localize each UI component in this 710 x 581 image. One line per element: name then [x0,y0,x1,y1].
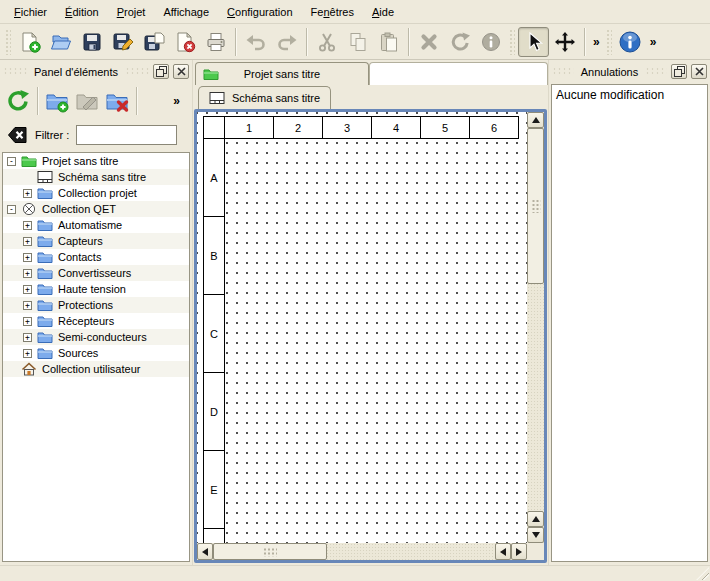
elements-panel-titlebar[interactable]: Panel d'éléments [0,60,192,82]
menu-fichier[interactable]: Fichier [5,2,56,22]
close-panel-button[interactable] [691,64,707,79]
print-button[interactable] [200,27,231,57]
vertical-scrollbar[interactable] [527,112,544,543]
save-button[interactable] [76,27,107,57]
horizontal-scroll-thumb[interactable] [213,543,327,560]
add-category-button[interactable] [42,86,72,116]
delete-category-button[interactable] [102,86,132,116]
folder-icon [37,282,53,296]
menu-aide[interactable]: Aide [363,2,403,22]
tree-item-sources[interactable]: + Sources [3,345,189,361]
expander-icon[interactable]: - [7,157,16,166]
filter-input[interactable] [76,125,177,145]
tree-item-haute-tension[interactable]: + Haute tension [3,281,189,297]
diagram-canvas[interactable]: 1 2 3 4 5 6 A B C D E [197,112,527,543]
clear-filter-icon[interactable] [6,125,28,145]
tree-item-contacts[interactable]: + Contacts [3,249,189,265]
tree-item-label: Récepteurs [58,315,114,327]
tree-item-protections[interactable]: + Protections [3,297,189,313]
tree-item-automatisme[interactable]: + Automatisme [3,217,189,233]
expander-icon[interactable]: + [23,253,32,262]
expander-icon[interactable]: + [23,189,32,198]
menu-edition[interactable]: Édition [56,2,108,22]
expander-icon[interactable]: + [23,349,32,358]
menu-configuration[interactable]: Configuration [218,2,301,22]
expander-icon[interactable]: + [23,221,32,230]
properties-button[interactable] [475,27,506,57]
toolbar-grip[interactable] [5,29,11,55]
tree-item-label: Projet sans titre [42,155,118,167]
toolbar-separator [306,28,307,56]
vertical-scroll-thumb[interactable] [527,128,544,284]
tree-item-collection-projet[interactable]: + Collection projet [3,185,189,201]
save-all-icon [143,31,165,53]
scroll-left-button[interactable] [495,543,511,560]
expander-icon[interactable]: + [23,269,32,278]
resize-grip-icon[interactable] [696,567,709,580]
rotate-button[interactable] [444,27,475,57]
expander-icon[interactable]: + [23,285,32,294]
select-mode-button[interactable] [518,27,549,57]
paste-button[interactable] [373,27,404,57]
expander-icon[interactable]: + [23,301,32,310]
tree-item-semi-conducteurs[interactable]: + Semi-conducteurs [3,329,189,345]
elements-panel-dock: Panel d'éléments [0,60,193,565]
tree-item-convertisseurs[interactable]: + Convertisseurs [3,265,189,281]
edit-category-button[interactable] [72,86,102,116]
tab-schema-sans-titre[interactable]: Schéma sans titre [198,86,331,109]
scroll-down-button[interactable] [527,527,544,543]
menu-affichage[interactable]: Affichage [154,2,218,22]
horizontal-scroll-track[interactable] [327,543,495,560]
tree-item-recepteurs[interactable]: + Récepteurs [3,313,189,329]
close-panel-button[interactable] [173,64,189,79]
save-all-button[interactable] [138,27,169,57]
scroll-right-button[interactable] [511,543,527,560]
float-panel-button[interactable] [671,64,687,79]
toolbar-overflow-button[interactable]: » [646,35,660,49]
undo-history-list[interactable]: Aucune modification [551,84,708,562]
tree-item-label: Collection utilisateur [42,363,140,375]
new-document-button[interactable] [14,27,45,57]
expander-icon[interactable]: + [23,333,32,342]
scroll-left-button[interactable] [197,543,213,560]
paste-icon [378,31,400,53]
undo-panel-title: Annulations [578,66,642,78]
save-as-button[interactable] [107,27,138,57]
about-button[interactable] [615,27,646,57]
horizontal-scrollbar[interactable] [197,543,527,560]
menu-projet[interactable]: Projet [108,2,155,22]
scroll-up-button[interactable] [527,112,544,128]
panel-overflow-button[interactable]: » [169,94,183,108]
expander-icon[interactable]: + [23,317,32,326]
delete-button[interactable] [413,27,444,57]
tree-item-collection-utilisateur[interactable]: Collection utilisateur [3,361,189,377]
undo-button[interactable] [240,27,271,57]
menu-fenetres[interactable]: Fenêtres [302,2,363,22]
tree-item-collection-qet[interactable]: - Collection QET [3,201,189,217]
undo-panel-titlebar[interactable]: Annulations [549,60,710,82]
tree-item-schema-sans-titre[interactable]: Schéma sans titre [3,169,189,185]
tab-projet-sans-titre[interactable]: Projet sans titre [195,62,369,85]
dock-grip[interactable] [552,67,574,76]
move-mode-button[interactable] [549,27,580,57]
toolbar-grip[interactable] [509,29,515,55]
tree-item-projet-sans-titre[interactable]: - Projet sans titre [3,153,189,169]
float-panel-button[interactable] [153,64,169,79]
cut-button[interactable] [311,27,342,57]
scroll-up-button[interactable] [527,511,544,527]
dock-grip[interactable] [3,67,27,76]
redo-button[interactable] [271,27,302,57]
open-project-button[interactable] [45,27,76,57]
copy-button[interactable] [342,27,373,57]
expander-icon[interactable]: + [23,237,32,246]
expander-icon[interactable]: - [7,205,16,214]
undo-list-item[interactable]: Aucune modification [556,88,703,102]
toolbar-overflow-button[interactable]: » [589,35,603,49]
reload-collections-button[interactable] [3,86,33,116]
toolbar-grip[interactable] [606,29,612,55]
tree-item-capteurs[interactable]: + Capteurs [3,233,189,249]
dock-grip[interactable] [645,67,667,76]
dock-grip[interactable] [125,67,149,76]
close-file-button[interactable] [169,27,200,57]
vertical-scroll-track[interactable] [527,284,544,511]
